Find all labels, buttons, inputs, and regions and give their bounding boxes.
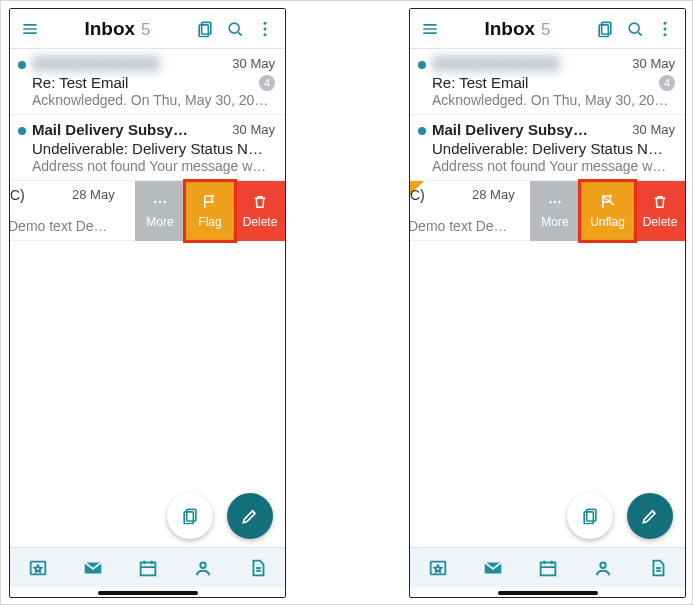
unread-dot (18, 127, 26, 135)
thread-count-badge: 4 (259, 75, 275, 91)
svg-point-20 (549, 201, 551, 203)
date: 30 May (232, 56, 275, 71)
unflag-action[interactable]: Unflag (580, 181, 635, 241)
page-title: Inbox 5 (50, 18, 185, 40)
title-text: Inbox (484, 18, 535, 40)
message-row[interactable]: Mail Delivery Subsy… 30 May Undeliverabl… (10, 115, 285, 181)
title-count: 5 (141, 20, 150, 40)
home-indicator (498, 591, 598, 595)
copy-icon[interactable] (195, 19, 215, 39)
nav-files-icon[interactable] (247, 557, 269, 579)
nav-contacts-icon[interactable] (192, 557, 214, 579)
delete-label: Delete (643, 215, 678, 229)
sender: Mail Delivery Subsy… (432, 121, 588, 138)
unread-dot (418, 127, 426, 135)
copy-icon[interactable] (595, 19, 615, 39)
nav-calendar-icon[interactable] (137, 557, 159, 579)
message-row[interactable]: ████████████ 30 May Re: Test Email 4 Ack… (410, 49, 685, 115)
nav-mail-icon[interactable] (82, 557, 104, 579)
fab-group (567, 493, 673, 539)
svg-point-17 (664, 21, 667, 24)
search-icon[interactable] (625, 19, 645, 39)
stack-fab[interactable] (567, 493, 613, 539)
swipe-actions: More Flag Delete (135, 181, 285, 241)
subject: Re: Test Email (32, 74, 128, 91)
preview: Demo text De… (409, 218, 508, 234)
svg-point-22 (558, 201, 560, 203)
svg-rect-26 (540, 562, 555, 575)
date: 30 May (632, 122, 675, 137)
subject: Re: Test Email (432, 74, 528, 91)
compose-fab[interactable] (627, 493, 673, 539)
subject: Undeliverable: Delivery Status N… (32, 140, 263, 157)
sender: Mail Delivery Subsy… (32, 121, 188, 138)
nav-files-icon[interactable] (647, 557, 669, 579)
swiped-message-row[interactable]: C) 28 May Demo text De… More Flag (10, 181, 285, 241)
nav-contacts-icon[interactable] (592, 557, 614, 579)
message-list: ████████████ 30 May Re: Test Email 4 Ack… (10, 49, 285, 241)
home-indicator (98, 591, 198, 595)
phone-unflag: Inbox 5 ████████████ 30 May Re: (409, 8, 686, 598)
nav-vip-icon[interactable] (427, 557, 449, 579)
swiped-message-row[interactable]: C) 28 May Demo text De… More Unflag (410, 181, 685, 241)
date: 28 May (472, 187, 515, 202)
app-header: Inbox 5 (410, 9, 685, 49)
preview: Demo text De… (9, 218, 108, 234)
menu-icon[interactable] (20, 19, 40, 39)
delete-label: Delete (243, 215, 278, 229)
svg-point-18 (664, 27, 667, 30)
svg-point-3 (264, 21, 267, 24)
svg-point-16 (629, 23, 639, 33)
unread-dot (418, 61, 426, 69)
bottom-nav (10, 547, 285, 587)
svg-point-8 (163, 201, 165, 203)
flag-action[interactable]: Flag (185, 181, 235, 241)
preview: Acknowledged. On Thu, May 30, 202… (32, 92, 275, 108)
menu-icon[interactable] (420, 19, 440, 39)
stack-fab[interactable] (167, 493, 213, 539)
compose-fab[interactable] (227, 493, 273, 539)
preview: Address not found Your message w… (32, 158, 275, 174)
message-row[interactable]: ████████████ 30 May Re: Test Email 4 Ack… (10, 49, 285, 115)
more-action[interactable]: More (135, 181, 185, 241)
preview: Acknowledged. On Thu, May 30, 202… (432, 92, 675, 108)
more-action[interactable]: More (530, 181, 580, 241)
svg-point-7 (159, 201, 161, 203)
subject: Undeliverable: Delivery Status N… (432, 140, 663, 157)
svg-point-13 (200, 562, 206, 568)
svg-point-27 (600, 562, 606, 568)
sender-fragment: C) (410, 187, 425, 203)
preview: Address not found Your message w… (432, 158, 675, 174)
more-vert-icon[interactable] (255, 19, 275, 39)
sender: ████████████ (432, 55, 560, 72)
phone-flag: Inbox 5 ████████████ 30 May Re: (9, 8, 286, 598)
message-list: ████████████ 30 May Re: Test Email 4 Ack… (410, 49, 685, 241)
flag-label: Flag (198, 215, 221, 229)
delete-action[interactable]: Delete (235, 181, 285, 241)
sender: ████████████ (32, 55, 160, 72)
svg-point-5 (264, 33, 267, 36)
bottom-nav (410, 547, 685, 587)
nav-vip-icon[interactable] (27, 557, 49, 579)
nav-mail-icon[interactable] (482, 557, 504, 579)
title-text: Inbox (84, 18, 135, 40)
date: 28 May (72, 187, 115, 202)
search-icon[interactable] (225, 19, 245, 39)
delete-action[interactable]: Delete (635, 181, 685, 241)
title-count: 5 (541, 20, 550, 40)
more-vert-icon[interactable] (655, 19, 675, 39)
page-title: Inbox 5 (450, 18, 585, 40)
message-row[interactable]: Mail Delivery Subsy… 30 May Undeliverabl… (410, 115, 685, 181)
svg-rect-12 (140, 562, 155, 575)
date: 30 May (232, 122, 275, 137)
app-header: Inbox 5 (10, 9, 285, 49)
unflag-label: Unflag (590, 215, 625, 229)
more-label: More (541, 215, 568, 229)
fab-group (167, 493, 273, 539)
svg-point-2 (229, 23, 239, 33)
nav-calendar-icon[interactable] (537, 557, 559, 579)
swipe-actions: More Unflag Delete (530, 181, 685, 241)
more-label: More (146, 215, 173, 229)
svg-point-6 (154, 201, 156, 203)
svg-point-4 (264, 27, 267, 30)
